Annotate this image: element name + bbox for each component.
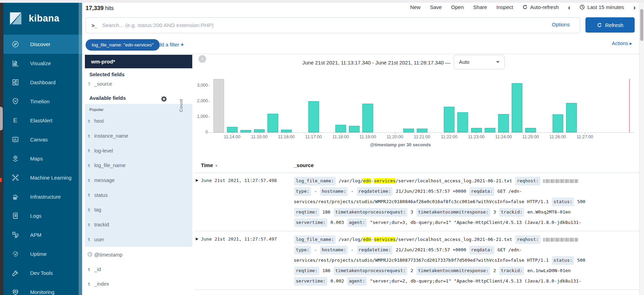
add-filter-link[interactable]: Add a filter + <box>155 42 184 48</box>
field-item-tag[interactable]: ttag <box>85 202 192 217</box>
histogram-bar[interactable] <box>240 130 251 132</box>
time-picker-button[interactable]: Last 15 minutes <box>580 4 624 10</box>
sidebar-item-elastalert[interactable]: EElastAlert <box>3 111 82 130</box>
gear-icon[interactable] <box>161 96 167 102</box>
filter-pill[interactable]: log_file_name: "edn-services" <box>86 39 160 51</box>
heartbeat-icon <box>11 288 19 295</box>
sidebar-item-visualize[interactable]: Visualize <box>3 54 82 73</box>
search-input[interactable] <box>102 22 580 29</box>
histogram-bar[interactable] <box>281 130 292 132</box>
histogram-bar[interactable] <box>308 101 319 132</box>
actions-link[interactable]: Actions ▸ <box>612 41 632 46</box>
histogram-bar[interactable] <box>566 103 577 133</box>
histogram-bar[interactable] <box>227 127 238 132</box>
field-name: log_file_name <box>94 163 125 168</box>
histogram-bar[interactable] <box>525 128 536 133</box>
left-edge-tab <box>0 107 3 130</box>
sidebar-item-apm[interactable]: APM <box>3 225 82 244</box>
letter-e-icon: E <box>11 116 19 125</box>
x-axis-tick <box>585 132 585 134</box>
timelion-icon <box>11 97 19 106</box>
source-text: 500 <box>574 258 585 263</box>
sidebar-item-dev-tools[interactable]: Dev Tools <box>3 263 82 283</box>
source-key: status: <box>552 256 574 265</box>
y-axis-tick <box>208 86 210 86</box>
sidebar-item-dashboard[interactable]: Dashboard <box>3 73 82 92</box>
histogram-bar[interactable] <box>498 114 509 132</box>
time-back-button[interactable]: ‹ <box>568 5 571 10</box>
time-forward-button[interactable]: › <box>633 5 636 10</box>
sidebar-item-label: Discover <box>30 41 50 47</box>
menu-item-save[interactable]: Save <box>430 4 442 10</box>
sidebar-item-machine-learning[interactable]: Machine Learning <box>3 168 82 187</box>
histogram-bar[interactable] <box>403 129 414 132</box>
sidebar-item-label: Maps <box>30 156 43 162</box>
sidebar-item-timelion[interactable]: Timelion <box>3 92 82 111</box>
sidebar-item-infrastructure[interactable]: Infrastructure <box>3 187 82 206</box>
sidebar-item-label: Timelion <box>30 98 50 104</box>
menu-item-new[interactable]: New <box>410 4 421 10</box>
sidebar-item-discover[interactable]: Discover <box>3 35 82 54</box>
source-text: "server;dur=2, db-query;dur=1" "Apache-H… <box>367 278 581 284</box>
table-row[interactable]: ▶June 21st 2021, 11:27:57.498log_file_na… <box>195 173 644 231</box>
string-type-icon: t <box>88 178 92 183</box>
source-key: timetakentocommitresponse: <box>416 208 491 217</box>
time-column-header[interactable]: Time▼ <box>201 162 218 168</box>
histogram-bar[interactable] <box>417 129 427 132</box>
histogram-bar[interactable] <box>457 112 468 132</box>
menu-item-open[interactable]: Open <box>451 4 464 10</box>
x-axis-tick <box>368 132 368 134</box>
expand-row-icon[interactable]: ▶ <box>196 178 199 182</box>
source-text: - <box>348 189 356 194</box>
histogram-bar[interactable] <box>213 79 224 132</box>
histogram-bar[interactable] <box>471 128 482 132</box>
sidebar-item-monitoring[interactable]: Monitoring <box>3 283 82 295</box>
sidebar-item-maps[interactable]: Maps <box>3 149 82 168</box>
histogram-bar[interactable] <box>267 114 278 132</box>
string-type-icon: t <box>88 192 92 198</box>
source-text: services/rest/projects/studio/WMPRJ2c918… <box>294 199 552 204</box>
histogram-bar[interactable] <box>335 125 346 133</box>
menu-item-inspect[interactable]: Inspect <box>496 4 513 10</box>
field-item-status[interactable]: tstatus <box>85 188 192 202</box>
histogram-bar[interactable] <box>444 107 455 132</box>
histogram-bar[interactable] <box>254 129 265 132</box>
histogram-plot[interactable] <box>210 79 634 133</box>
expand-row-icon[interactable]: ▶ <box>196 237 199 241</box>
field-item--index[interactable]: t_index <box>85 277 192 291</box>
results-table-header: Time▼ _source <box>195 159 644 173</box>
source-line: services/rest/projects/studio/WMPRJ2c918… <box>294 198 640 208</box>
source-line: type: - hostname: - reqdatetime: 21/Jun/… <box>294 187 640 198</box>
source-key: reqhost: <box>515 177 540 185</box>
histogram-bar[interactable] <box>512 83 522 132</box>
field-item-log-file-name[interactable]: tlog_file_name <box>85 158 192 173</box>
x-axis-tick-label: 11:15:00 <box>247 135 271 139</box>
source-key: status: <box>552 198 574 206</box>
field-item--id[interactable]: t_id <box>85 262 192 277</box>
histogram-bar[interactable] <box>485 128 495 132</box>
sidebar-item-canvas[interactable]: Canvas <box>3 130 82 149</box>
source-key: reqtime: <box>294 208 319 217</box>
field-item-source[interactable]: ? _source <box>88 81 112 87</box>
field-item-user[interactable]: tuser <box>85 232 192 247</box>
sidebar-item-logs[interactable]: Logs <box>3 206 82 225</box>
refresh-button[interactable]: Refresh <box>585 17 635 33</box>
field-name: log-level <box>94 148 113 154</box>
histogram-bar[interactable] <box>349 126 360 132</box>
options-link[interactable]: Options <box>552 21 570 27</box>
sidebar-item-uptime[interactable]: Uptime <box>3 244 82 263</box>
global-nav-sidebar: kibana DiscoverVisualizeDashboardTimelio… <box>3 3 82 295</box>
popular-label: Popular <box>89 107 104 112</box>
source-key: trackid: <box>499 267 524 275</box>
field-item--timestamp[interactable]: @timestamp <box>85 248 192 262</box>
field-item-message[interactable]: tmessage <box>85 173 192 188</box>
scrollbar-thumb[interactable] <box>640 9 643 41</box>
histogram-bar[interactable] <box>362 104 373 132</box>
histogram-bar[interactable] <box>553 114 563 132</box>
interval-select[interactable]: Auto <box>454 55 505 69</box>
x-axis-tick <box>422 132 422 134</box>
menu-item-share[interactable]: Share <box>473 4 487 10</box>
auto-refresh-button[interactable]: Auto-refresh <box>522 4 559 10</box>
table-row[interactable]: ▶June 21st 2021, 11:27:57.497log_file_na… <box>195 231 644 290</box>
field-item-trackid[interactable]: ttrackid <box>85 217 192 232</box>
